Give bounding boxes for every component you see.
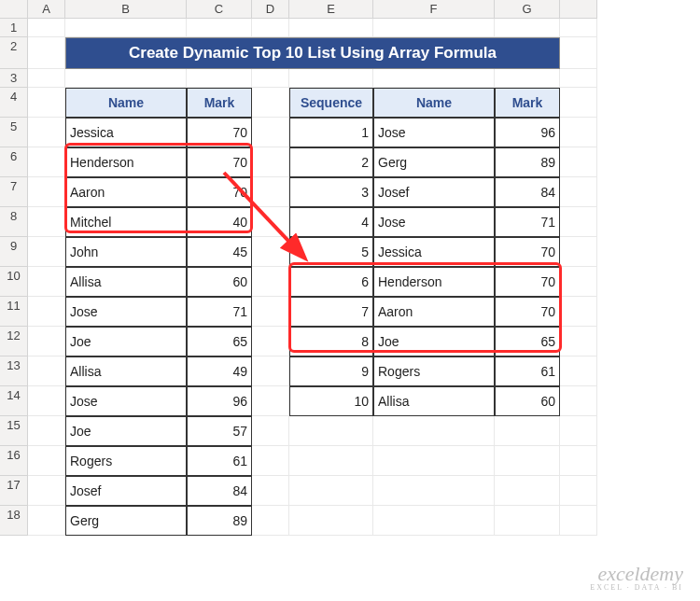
row-header-11[interactable]: 11 <box>0 297 28 327</box>
select-all-corner[interactable] <box>0 0 28 19</box>
cell-A18[interactable] <box>28 506 65 536</box>
right-row-4-mark[interactable]: 70 <box>495 237 560 267</box>
row-header-10[interactable]: 10 <box>0 267 28 297</box>
cell-A14[interactable] <box>28 386 65 416</box>
row-header-4[interactable]: 4 <box>0 88 28 118</box>
right-row-3-seq[interactable]: 4 <box>289 207 373 237</box>
right-row-9-name[interactable]: Allisa <box>373 386 495 416</box>
row-header-12[interactable]: 12 <box>0 327 28 356</box>
row-header-7[interactable]: 7 <box>0 177 28 207</box>
row-header-9[interactable]: 9 <box>0 237 28 267</box>
left-row-0-name[interactable]: Jessica <box>65 118 187 147</box>
col-header-A[interactable]: A <box>28 0 65 19</box>
cell-G1[interactable] <box>495 19 560 37</box>
right-row-8-name[interactable]: Rogers <box>373 356 495 386</box>
row-header-8[interactable]: 8 <box>0 207 28 237</box>
cell-A2[interactable] <box>28 37 65 69</box>
cell-x8[interactable] <box>560 207 597 237</box>
right-row-1-seq[interactable]: 2 <box>289 147 373 177</box>
right-row-6-name[interactable]: Aaron <box>373 297 495 327</box>
right-header-mark[interactable]: Mark <box>495 88 560 118</box>
cell-D18[interactable] <box>252 506 289 536</box>
cell-B3[interactable] <box>65 69 187 88</box>
cell-x18[interactable] <box>560 506 597 536</box>
right-row-8-mark[interactable]: 61 <box>495 356 560 386</box>
cell-A10[interactable] <box>28 267 65 297</box>
cell-D10[interactable] <box>252 267 289 297</box>
cell-G16[interactable] <box>495 446 560 476</box>
cell-G15[interactable] <box>495 416 560 446</box>
left-row-10-name[interactable]: Joe <box>65 416 187 446</box>
cell-x6[interactable] <box>560 147 597 177</box>
row-header-15[interactable]: 15 <box>0 416 28 446</box>
cell-A13[interactable] <box>28 356 65 386</box>
cell-A5[interactable] <box>28 118 65 147</box>
row-header-18[interactable]: 18 <box>0 506 28 536</box>
left-row-11-name[interactable]: Rogers <box>65 446 187 476</box>
cell-x15[interactable] <box>560 416 597 446</box>
left-row-0-mark[interactable]: 70 <box>187 118 252 147</box>
right-row-5-name[interactable]: Henderson <box>373 267 495 297</box>
left-row-12-mark[interactable]: 84 <box>187 476 252 506</box>
cell-B1[interactable] <box>65 19 187 37</box>
cell-G3[interactable] <box>495 69 560 88</box>
col-header-x[interactable] <box>560 0 597 19</box>
left-row-12-name[interactable]: Josef <box>65 476 187 506</box>
right-row-1-name[interactable]: Gerg <box>373 147 495 177</box>
cell-x9[interactable] <box>560 237 597 267</box>
cell-A3[interactable] <box>28 69 65 88</box>
cell-E18[interactable] <box>289 506 373 536</box>
cell-F1[interactable] <box>373 19 495 37</box>
cell-D16[interactable] <box>252 446 289 476</box>
cell-A12[interactable] <box>28 327 65 356</box>
row-header-17[interactable]: 17 <box>0 476 28 506</box>
cell-D5[interactable] <box>252 118 289 147</box>
right-row-0-mark[interactable]: 96 <box>495 118 560 147</box>
cell-x4[interactable] <box>560 88 597 118</box>
cell-D6[interactable] <box>252 147 289 177</box>
cell-A17[interactable] <box>28 476 65 506</box>
left-row-2-mark[interactable]: 70 <box>187 177 252 207</box>
cell-A7[interactable] <box>28 177 65 207</box>
cell-E16[interactable] <box>289 446 373 476</box>
cell-D3[interactable] <box>252 69 289 88</box>
row-header-14[interactable]: 14 <box>0 386 28 416</box>
row-header-6[interactable]: 6 <box>0 147 28 177</box>
right-row-7-mark[interactable]: 65 <box>495 327 560 356</box>
cell-A15[interactable] <box>28 416 65 446</box>
row-header-13[interactable]: 13 <box>0 356 28 386</box>
right-row-9-mark[interactable]: 60 <box>495 386 560 416</box>
left-row-11-mark[interactable]: 61 <box>187 446 252 476</box>
cell-F18[interactable] <box>373 506 495 536</box>
col-header-B[interactable]: B <box>65 0 187 19</box>
cell-F17[interactable] <box>373 476 495 506</box>
cell-D13[interactable] <box>252 356 289 386</box>
left-row-10-mark[interactable]: 57 <box>187 416 252 446</box>
right-header-seq[interactable]: Sequence <box>289 88 373 118</box>
row-header-3[interactable]: 3 <box>0 69 28 88</box>
cell-A9[interactable] <box>28 237 65 267</box>
row-header-5[interactable]: 5 <box>0 118 28 147</box>
left-row-6-name[interactable]: Jose <box>65 297 187 327</box>
left-row-13-name[interactable]: Gerg <box>65 506 187 536</box>
row-header-16[interactable]: 16 <box>0 446 28 476</box>
right-row-8-seq[interactable]: 9 <box>289 356 373 386</box>
right-row-2-name[interactable]: Josef <box>373 177 495 207</box>
right-row-6-mark[interactable]: 70 <box>495 297 560 327</box>
cell-C3[interactable] <box>187 69 252 88</box>
right-row-7-name[interactable]: Joe <box>373 327 495 356</box>
left-row-9-mark[interactable]: 96 <box>187 386 252 416</box>
cell-x12[interactable] <box>560 327 597 356</box>
cell-D15[interactable] <box>252 416 289 446</box>
right-row-9-seq[interactable]: 10 <box>289 386 373 416</box>
cell-x1[interactable] <box>560 19 597 37</box>
right-row-3-name[interactable]: Jose <box>373 207 495 237</box>
col-header-G[interactable]: G <box>495 0 560 19</box>
cell-A4[interactable] <box>28 88 65 118</box>
cell-D14[interactable] <box>252 386 289 416</box>
right-row-3-mark[interactable]: 71 <box>495 207 560 237</box>
right-row-2-seq[interactable]: 3 <box>289 177 373 207</box>
left-row-5-mark[interactable]: 60 <box>187 267 252 297</box>
cell-D11[interactable] <box>252 297 289 327</box>
left-row-9-name[interactable]: Jose <box>65 386 187 416</box>
